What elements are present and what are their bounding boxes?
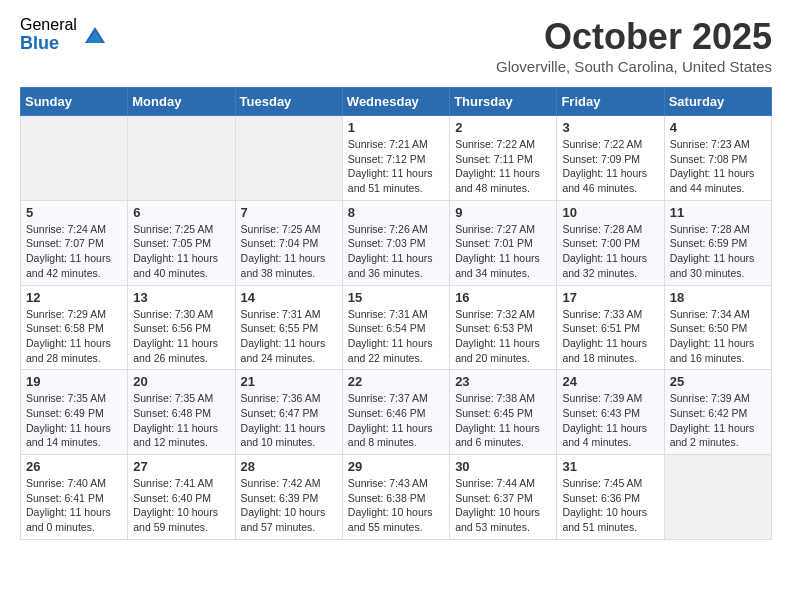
- calendar-cell: 10Sunrise: 7:28 AMSunset: 7:00 PMDayligh…: [557, 200, 664, 285]
- day-number: 15: [348, 290, 444, 305]
- calendar-cell: 19Sunrise: 7:35 AMSunset: 6:49 PMDayligh…: [21, 370, 128, 455]
- calendar-cell: [235, 116, 342, 201]
- day-number: 25: [670, 374, 766, 389]
- day-number: 23: [455, 374, 551, 389]
- calendar-week-row: 26Sunrise: 7:40 AMSunset: 6:41 PMDayligh…: [21, 455, 772, 540]
- calendar-week-row: 1Sunrise: 7:21 AMSunset: 7:12 PMDaylight…: [21, 116, 772, 201]
- calendar-cell: 22Sunrise: 7:37 AMSunset: 6:46 PMDayligh…: [342, 370, 449, 455]
- calendar-cell: 17Sunrise: 7:33 AMSunset: 6:51 PMDayligh…: [557, 285, 664, 370]
- calendar-cell: 30Sunrise: 7:44 AMSunset: 6:37 PMDayligh…: [450, 455, 557, 540]
- day-number: 20: [133, 374, 229, 389]
- day-number: 28: [241, 459, 337, 474]
- day-number: 11: [670, 205, 766, 220]
- logo: General Blue: [20, 16, 109, 53]
- location: Gloverville, South Carolina, United Stat…: [496, 58, 772, 75]
- calendar-week-row: 19Sunrise: 7:35 AMSunset: 6:49 PMDayligh…: [21, 370, 772, 455]
- day-number: 3: [562, 120, 658, 135]
- logo-general: General: [20, 16, 77, 34]
- day-number: 16: [455, 290, 551, 305]
- day-number: 31: [562, 459, 658, 474]
- day-number: 8: [348, 205, 444, 220]
- logo-text: General Blue: [20, 16, 77, 53]
- calendar-header-row: SundayMondayTuesdayWednesdayThursdayFrid…: [21, 88, 772, 116]
- day-number: 1: [348, 120, 444, 135]
- calendar-week-row: 12Sunrise: 7:29 AMSunset: 6:58 PMDayligh…: [21, 285, 772, 370]
- calendar-cell: 16Sunrise: 7:32 AMSunset: 6:53 PMDayligh…: [450, 285, 557, 370]
- day-info: Sunrise: 7:30 AMSunset: 6:56 PMDaylight:…: [133, 307, 229, 366]
- calendar-cell: 24Sunrise: 7:39 AMSunset: 6:43 PMDayligh…: [557, 370, 664, 455]
- day-number: 2: [455, 120, 551, 135]
- calendar-cell: [21, 116, 128, 201]
- calendar-cell: 3Sunrise: 7:22 AMSunset: 7:09 PMDaylight…: [557, 116, 664, 201]
- calendar-cell: 13Sunrise: 7:30 AMSunset: 6:56 PMDayligh…: [128, 285, 235, 370]
- calendar-cell: 31Sunrise: 7:45 AMSunset: 6:36 PMDayligh…: [557, 455, 664, 540]
- day-info: Sunrise: 7:35 AMSunset: 6:49 PMDaylight:…: [26, 391, 122, 450]
- day-info: Sunrise: 7:34 AMSunset: 6:50 PMDaylight:…: [670, 307, 766, 366]
- calendar-cell: 14Sunrise: 7:31 AMSunset: 6:55 PMDayligh…: [235, 285, 342, 370]
- day-info: Sunrise: 7:26 AMSunset: 7:03 PMDaylight:…: [348, 222, 444, 281]
- day-number: 27: [133, 459, 229, 474]
- day-info: Sunrise: 7:37 AMSunset: 6:46 PMDaylight:…: [348, 391, 444, 450]
- weekday-header: Monday: [128, 88, 235, 116]
- day-number: 29: [348, 459, 444, 474]
- logo-blue: Blue: [20, 34, 77, 54]
- calendar-cell: 23Sunrise: 7:38 AMSunset: 6:45 PMDayligh…: [450, 370, 557, 455]
- day-info: Sunrise: 7:39 AMSunset: 6:42 PMDaylight:…: [670, 391, 766, 450]
- day-info: Sunrise: 7:28 AMSunset: 7:00 PMDaylight:…: [562, 222, 658, 281]
- day-number: 30: [455, 459, 551, 474]
- calendar-cell: 9Sunrise: 7:27 AMSunset: 7:01 PMDaylight…: [450, 200, 557, 285]
- calendar-cell: 28Sunrise: 7:42 AMSunset: 6:39 PMDayligh…: [235, 455, 342, 540]
- calendar-cell: 1Sunrise: 7:21 AMSunset: 7:12 PMDaylight…: [342, 116, 449, 201]
- day-info: Sunrise: 7:38 AMSunset: 6:45 PMDaylight:…: [455, 391, 551, 450]
- day-number: 10: [562, 205, 658, 220]
- day-info: Sunrise: 7:40 AMSunset: 6:41 PMDaylight:…: [26, 476, 122, 535]
- day-info: Sunrise: 7:22 AMSunset: 7:09 PMDaylight:…: [562, 137, 658, 196]
- calendar-cell: 5Sunrise: 7:24 AMSunset: 7:07 PMDaylight…: [21, 200, 128, 285]
- calendar-cell: [128, 116, 235, 201]
- calendar-table: SundayMondayTuesdayWednesdayThursdayFrid…: [20, 87, 772, 540]
- weekday-header: Friday: [557, 88, 664, 116]
- calendar-cell: 12Sunrise: 7:29 AMSunset: 6:58 PMDayligh…: [21, 285, 128, 370]
- calendar-cell: 2Sunrise: 7:22 AMSunset: 7:11 PMDaylight…: [450, 116, 557, 201]
- day-number: 26: [26, 459, 122, 474]
- day-info: Sunrise: 7:32 AMSunset: 6:53 PMDaylight:…: [455, 307, 551, 366]
- day-info: Sunrise: 7:25 AMSunset: 7:05 PMDaylight:…: [133, 222, 229, 281]
- day-info: Sunrise: 7:42 AMSunset: 6:39 PMDaylight:…: [241, 476, 337, 535]
- day-info: Sunrise: 7:36 AMSunset: 6:47 PMDaylight:…: [241, 391, 337, 450]
- weekday-header: Tuesday: [235, 88, 342, 116]
- day-info: Sunrise: 7:39 AMSunset: 6:43 PMDaylight:…: [562, 391, 658, 450]
- day-number: 17: [562, 290, 658, 305]
- day-info: Sunrise: 7:29 AMSunset: 6:58 PMDaylight:…: [26, 307, 122, 366]
- day-info: Sunrise: 7:22 AMSunset: 7:11 PMDaylight:…: [455, 137, 551, 196]
- calendar-week-row: 5Sunrise: 7:24 AMSunset: 7:07 PMDaylight…: [21, 200, 772, 285]
- day-info: Sunrise: 7:35 AMSunset: 6:48 PMDaylight:…: [133, 391, 229, 450]
- calendar-cell: 20Sunrise: 7:35 AMSunset: 6:48 PMDayligh…: [128, 370, 235, 455]
- calendar-cell: 7Sunrise: 7:25 AMSunset: 7:04 PMDaylight…: [235, 200, 342, 285]
- day-info: Sunrise: 7:43 AMSunset: 6:38 PMDaylight:…: [348, 476, 444, 535]
- day-number: 7: [241, 205, 337, 220]
- day-number: 9: [455, 205, 551, 220]
- calendar-cell: [664, 455, 771, 540]
- day-number: 5: [26, 205, 122, 220]
- title-block: October 2025 Gloverville, South Carolina…: [496, 16, 772, 75]
- day-number: 24: [562, 374, 658, 389]
- calendar-cell: 27Sunrise: 7:41 AMSunset: 6:40 PMDayligh…: [128, 455, 235, 540]
- weekday-header: Saturday: [664, 88, 771, 116]
- calendar-cell: 11Sunrise: 7:28 AMSunset: 6:59 PMDayligh…: [664, 200, 771, 285]
- day-number: 4: [670, 120, 766, 135]
- day-number: 18: [670, 290, 766, 305]
- calendar-cell: 15Sunrise: 7:31 AMSunset: 6:54 PMDayligh…: [342, 285, 449, 370]
- calendar-cell: 29Sunrise: 7:43 AMSunset: 6:38 PMDayligh…: [342, 455, 449, 540]
- month-title: October 2025: [496, 16, 772, 58]
- logo-icon: [81, 21, 109, 49]
- day-info: Sunrise: 7:24 AMSunset: 7:07 PMDaylight:…: [26, 222, 122, 281]
- weekday-header: Thursday: [450, 88, 557, 116]
- calendar-cell: 21Sunrise: 7:36 AMSunset: 6:47 PMDayligh…: [235, 370, 342, 455]
- day-info: Sunrise: 7:23 AMSunset: 7:08 PMDaylight:…: [670, 137, 766, 196]
- calendar-cell: 4Sunrise: 7:23 AMSunset: 7:08 PMDaylight…: [664, 116, 771, 201]
- day-number: 14: [241, 290, 337, 305]
- day-info: Sunrise: 7:28 AMSunset: 6:59 PMDaylight:…: [670, 222, 766, 281]
- calendar-cell: 25Sunrise: 7:39 AMSunset: 6:42 PMDayligh…: [664, 370, 771, 455]
- day-info: Sunrise: 7:31 AMSunset: 6:54 PMDaylight:…: [348, 307, 444, 366]
- day-info: Sunrise: 7:21 AMSunset: 7:12 PMDaylight:…: [348, 137, 444, 196]
